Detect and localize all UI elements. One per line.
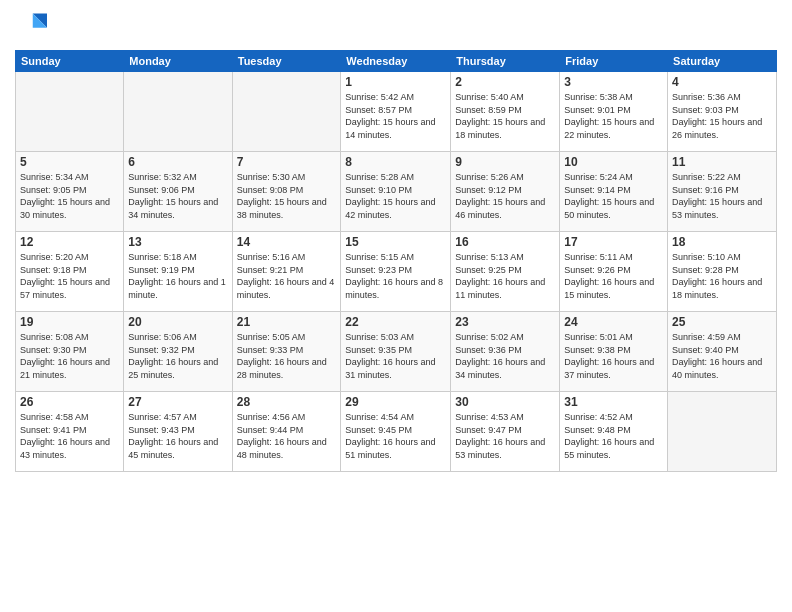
- day-cell: 29Sunrise: 4:54 AM Sunset: 9:45 PM Dayli…: [341, 392, 451, 472]
- day-cell: 23Sunrise: 5:02 AM Sunset: 9:36 PM Dayli…: [451, 312, 560, 392]
- week-row-2: 12Sunrise: 5:20 AM Sunset: 9:18 PM Dayli…: [16, 232, 777, 312]
- day-cell: 21Sunrise: 5:05 AM Sunset: 9:33 PM Dayli…: [232, 312, 341, 392]
- day-cell: 2Sunrise: 5:40 AM Sunset: 8:59 PM Daylig…: [451, 72, 560, 152]
- day-info: Sunrise: 5:08 AM Sunset: 9:30 PM Dayligh…: [20, 331, 119, 381]
- col-header-thursday: Thursday: [451, 51, 560, 72]
- day-cell: 10Sunrise: 5:24 AM Sunset: 9:14 PM Dayli…: [560, 152, 668, 232]
- day-info: Sunrise: 5:32 AM Sunset: 9:06 PM Dayligh…: [128, 171, 227, 221]
- col-header-tuesday: Tuesday: [232, 51, 341, 72]
- day-info: Sunrise: 5:28 AM Sunset: 9:10 PM Dayligh…: [345, 171, 446, 221]
- day-cell: 13Sunrise: 5:18 AM Sunset: 9:19 PM Dayli…: [124, 232, 232, 312]
- day-number: 21: [237, 315, 337, 329]
- day-info: Sunrise: 5:42 AM Sunset: 8:57 PM Dayligh…: [345, 91, 446, 141]
- day-info: Sunrise: 5:02 AM Sunset: 9:36 PM Dayligh…: [455, 331, 555, 381]
- col-header-monday: Monday: [124, 51, 232, 72]
- day-number: 8: [345, 155, 446, 169]
- day-cell: 5Sunrise: 5:34 AM Sunset: 9:05 PM Daylig…: [16, 152, 124, 232]
- day-cell: 9Sunrise: 5:26 AM Sunset: 9:12 PM Daylig…: [451, 152, 560, 232]
- day-number: 3: [564, 75, 663, 89]
- day-cell: 22Sunrise: 5:03 AM Sunset: 9:35 PM Dayli…: [341, 312, 451, 392]
- day-info: Sunrise: 4:53 AM Sunset: 9:47 PM Dayligh…: [455, 411, 555, 461]
- day-cell: 28Sunrise: 4:56 AM Sunset: 9:44 PM Dayli…: [232, 392, 341, 472]
- day-number: 13: [128, 235, 227, 249]
- day-number: 15: [345, 235, 446, 249]
- day-number: 14: [237, 235, 337, 249]
- day-info: Sunrise: 4:58 AM Sunset: 9:41 PM Dayligh…: [20, 411, 119, 461]
- day-info: Sunrise: 5:16 AM Sunset: 9:21 PM Dayligh…: [237, 251, 337, 301]
- day-number: 10: [564, 155, 663, 169]
- day-info: Sunrise: 5:26 AM Sunset: 9:12 PM Dayligh…: [455, 171, 555, 221]
- day-cell: 24Sunrise: 5:01 AM Sunset: 9:38 PM Dayli…: [560, 312, 668, 392]
- day-info: Sunrise: 5:03 AM Sunset: 9:35 PM Dayligh…: [345, 331, 446, 381]
- day-number: 29: [345, 395, 446, 409]
- day-number: 28: [237, 395, 337, 409]
- header-row: SundayMondayTuesdayWednesdayThursdayFrid…: [16, 51, 777, 72]
- col-header-saturday: Saturday: [668, 51, 777, 72]
- col-header-friday: Friday: [560, 51, 668, 72]
- day-info: Sunrise: 5:05 AM Sunset: 9:33 PM Dayligh…: [237, 331, 337, 381]
- day-cell: 20Sunrise: 5:06 AM Sunset: 9:32 PM Dayli…: [124, 312, 232, 392]
- col-header-wednesday: Wednesday: [341, 51, 451, 72]
- day-info: Sunrise: 4:56 AM Sunset: 9:44 PM Dayligh…: [237, 411, 337, 461]
- day-info: Sunrise: 5:34 AM Sunset: 9:05 PM Dayligh…: [20, 171, 119, 221]
- day-cell: 17Sunrise: 5:11 AM Sunset: 9:26 PM Dayli…: [560, 232, 668, 312]
- day-info: Sunrise: 5:22 AM Sunset: 9:16 PM Dayligh…: [672, 171, 772, 221]
- day-number: 23: [455, 315, 555, 329]
- week-row-3: 19Sunrise: 5:08 AM Sunset: 9:30 PM Dayli…: [16, 312, 777, 392]
- day-info: Sunrise: 5:06 AM Sunset: 9:32 PM Dayligh…: [128, 331, 227, 381]
- day-cell: 30Sunrise: 4:53 AM Sunset: 9:47 PM Dayli…: [451, 392, 560, 472]
- day-info: Sunrise: 5:15 AM Sunset: 9:23 PM Dayligh…: [345, 251, 446, 301]
- week-row-4: 26Sunrise: 4:58 AM Sunset: 9:41 PM Dayli…: [16, 392, 777, 472]
- day-cell: 16Sunrise: 5:13 AM Sunset: 9:25 PM Dayli…: [451, 232, 560, 312]
- page: SundayMondayTuesdayWednesdayThursdayFrid…: [0, 0, 792, 612]
- logo-icon: [15, 10, 47, 42]
- header: [15, 10, 777, 42]
- day-cell: 26Sunrise: 4:58 AM Sunset: 9:41 PM Dayli…: [16, 392, 124, 472]
- week-row-0: 1Sunrise: 5:42 AM Sunset: 8:57 PM Daylig…: [16, 72, 777, 152]
- day-number: 7: [237, 155, 337, 169]
- day-info: Sunrise: 4:52 AM Sunset: 9:48 PM Dayligh…: [564, 411, 663, 461]
- day-info: Sunrise: 5:38 AM Sunset: 9:01 PM Dayligh…: [564, 91, 663, 141]
- day-number: 12: [20, 235, 119, 249]
- day-cell: [16, 72, 124, 152]
- day-info: Sunrise: 5:13 AM Sunset: 9:25 PM Dayligh…: [455, 251, 555, 301]
- day-info: Sunrise: 4:59 AM Sunset: 9:40 PM Dayligh…: [672, 331, 772, 381]
- day-cell: 31Sunrise: 4:52 AM Sunset: 9:48 PM Dayli…: [560, 392, 668, 472]
- day-info: Sunrise: 4:57 AM Sunset: 9:43 PM Dayligh…: [128, 411, 227, 461]
- day-number: 17: [564, 235, 663, 249]
- day-info: Sunrise: 5:18 AM Sunset: 9:19 PM Dayligh…: [128, 251, 227, 301]
- calendar: SundayMondayTuesdayWednesdayThursdayFrid…: [15, 50, 777, 472]
- day-cell: 12Sunrise: 5:20 AM Sunset: 9:18 PM Dayli…: [16, 232, 124, 312]
- day-info: Sunrise: 5:30 AM Sunset: 9:08 PM Dayligh…: [237, 171, 337, 221]
- day-cell: 27Sunrise: 4:57 AM Sunset: 9:43 PM Dayli…: [124, 392, 232, 472]
- day-cell: 6Sunrise: 5:32 AM Sunset: 9:06 PM Daylig…: [124, 152, 232, 232]
- day-info: Sunrise: 5:01 AM Sunset: 9:38 PM Dayligh…: [564, 331, 663, 381]
- day-cell: 11Sunrise: 5:22 AM Sunset: 9:16 PM Dayli…: [668, 152, 777, 232]
- day-number: 18: [672, 235, 772, 249]
- day-number: 9: [455, 155, 555, 169]
- day-number: 11: [672, 155, 772, 169]
- day-cell: 14Sunrise: 5:16 AM Sunset: 9:21 PM Dayli…: [232, 232, 341, 312]
- day-number: 27: [128, 395, 227, 409]
- day-number: 5: [20, 155, 119, 169]
- day-number: 6: [128, 155, 227, 169]
- day-cell: [124, 72, 232, 152]
- day-number: 24: [564, 315, 663, 329]
- col-header-sunday: Sunday: [16, 51, 124, 72]
- day-cell: 3Sunrise: 5:38 AM Sunset: 9:01 PM Daylig…: [560, 72, 668, 152]
- day-cell: 15Sunrise: 5:15 AM Sunset: 9:23 PM Dayli…: [341, 232, 451, 312]
- day-info: Sunrise: 5:20 AM Sunset: 9:18 PM Dayligh…: [20, 251, 119, 301]
- day-info: Sunrise: 5:36 AM Sunset: 9:03 PM Dayligh…: [672, 91, 772, 141]
- day-info: Sunrise: 5:10 AM Sunset: 9:28 PM Dayligh…: [672, 251, 772, 301]
- day-number: 16: [455, 235, 555, 249]
- day-cell: 19Sunrise: 5:08 AM Sunset: 9:30 PM Dayli…: [16, 312, 124, 392]
- day-number: 25: [672, 315, 772, 329]
- day-cell: 25Sunrise: 4:59 AM Sunset: 9:40 PM Dayli…: [668, 312, 777, 392]
- day-number: 30: [455, 395, 555, 409]
- day-number: 2: [455, 75, 555, 89]
- day-number: 26: [20, 395, 119, 409]
- day-number: 31: [564, 395, 663, 409]
- day-number: 20: [128, 315, 227, 329]
- day-cell: [668, 392, 777, 472]
- day-info: Sunrise: 5:11 AM Sunset: 9:26 PM Dayligh…: [564, 251, 663, 301]
